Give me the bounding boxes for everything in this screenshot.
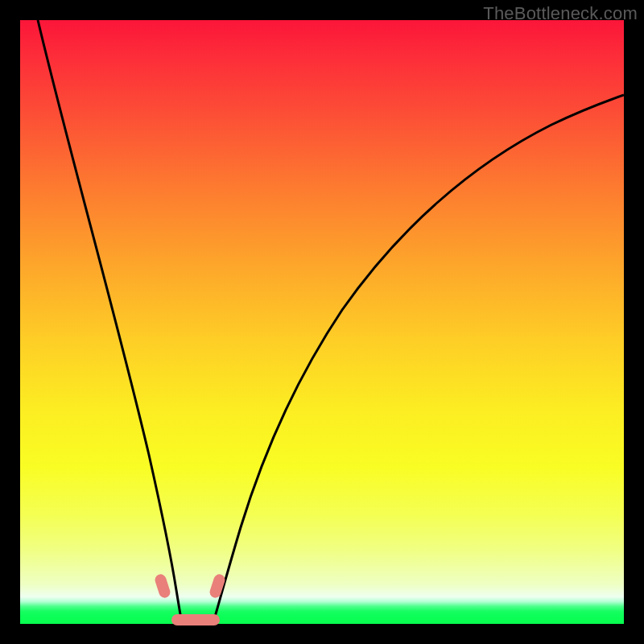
curve-left-arm <box>38 20 182 622</box>
curve-right-arm <box>213 95 624 622</box>
marker-valley-bar <box>171 614 220 625</box>
plot-area <box>20 20 624 624</box>
watermark-text: TheBottleneck.com <box>483 3 638 24</box>
bottleneck-curve <box>20 20 624 624</box>
chart-frame: TheBottleneck.com <box>0 0 644 644</box>
